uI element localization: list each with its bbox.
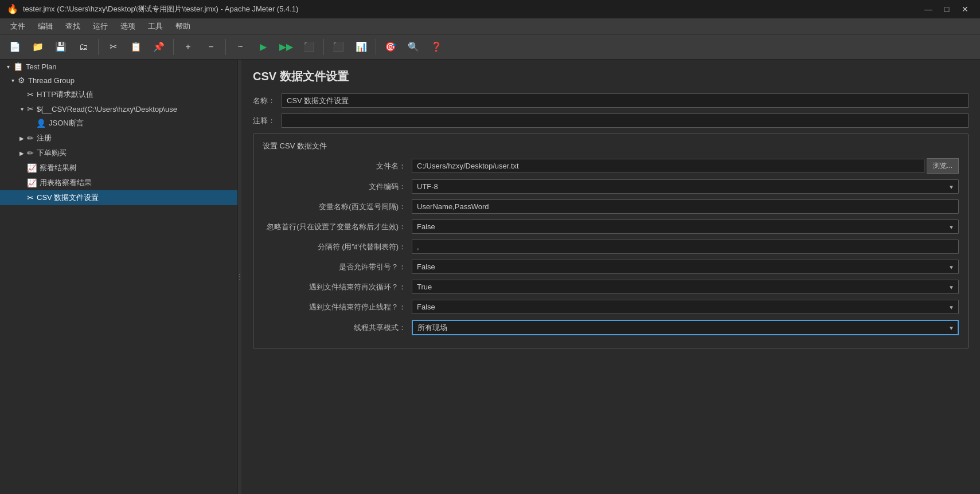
paste-button[interactable]: 📌 [149,37,169,57]
filename-row: 文件名： 浏览... [263,158,959,174]
toolbar-separator [98,39,99,55]
comment-input[interactable] [282,113,969,128]
tree-icon-json-assert: 👤 [36,119,46,128]
tree-item-csv-config[interactable]: ✂CSV 数据文件设置 [0,190,237,205]
csv-settings-section: 设置 CSV 数据文件 文件名： 浏览... 文件编码： UTF-8 GBK I… [253,134,969,348]
name-label: 名称： [253,96,282,106]
tree-label-comment1: 注册 [37,133,52,143]
app-icon: 🔥 [7,3,18,14]
tree-icon-aggregate-report: 📈 [27,178,37,187]
ignorefirst-row: 忽略首行(只在设置了变量名称后才生效)： False True ▼ [263,219,959,234]
comment-row: 注释： [253,113,969,128]
remote-button[interactable]: 🎯 [380,37,401,57]
tree-icon-view-results-tree: 📈 [27,163,37,172]
encoding-row: 文件编码： UTF-8 GBK ISO-8859-1 ▼ [263,179,959,194]
saveall-button[interactable]: 🗂 [73,37,94,57]
menu-item-选项[interactable]: 选项 [115,20,141,33]
quoted-row: 是否允许带引号？： False True ▼ [263,260,959,274]
cut-button[interactable]: ✂ [103,37,123,57]
tree-label-json-assert: JSON断言 [49,118,84,128]
recycle-label: 遇到文件结束符再次循环？： [263,282,412,292]
run-nopauses-button[interactable]: ▶▶ [276,37,296,57]
add-button[interactable]: + [178,37,198,57]
tree-item-comment2[interactable]: ▶✏下单购买 [0,146,237,160]
toolbar: 📄📁💾🗂✂📋📌+−~▶▶▶⬛⬛📊🎯🔍❓ [0,34,980,60]
tree-label-test-plan: Test Plan [26,62,56,71]
close-button[interactable]: ✕ [957,3,973,15]
ignorefirst-select-wrapper: False True ▼ [412,219,959,234]
tree-toggle-comment2[interactable]: ▶ [18,150,25,156]
menu-item-编辑[interactable]: 编辑 [32,20,58,33]
menu-bar: 文件编辑查找运行选项工具帮助 [0,18,980,34]
tree-item-comment1[interactable]: ▶✏注册 [0,131,237,146]
delimiter-label: 分隔符 (用'\t'代替制表符)： [263,242,412,252]
tree-label-thread-group: Thread Group [28,76,75,85]
recycle-select-wrapper: True False ▼ [412,280,959,294]
shutdown-button[interactable]: ⬛ [328,37,349,57]
tree-toggle-test-plan[interactable]: ▾ [5,64,11,70]
encoding-select[interactable]: UTF-8 GBK ISO-8859-1 [412,179,959,194]
maximize-button[interactable]: □ [939,3,955,15]
quoted-label: 是否允许带引号？： [263,262,412,272]
new-button[interactable]: 📄 [5,37,25,57]
tree-icon-csv-read: ✂ [27,104,34,113]
tree-item-thread-group[interactable]: ▾⚙Thread Group [0,73,237,87]
sharing-select[interactable]: 所有现场 当前线程组 当前线程 [412,320,959,335]
clear-button[interactable]: ~ [230,37,251,57]
ignorefirst-label: 忽略首行(只在设置了变量名称后才生效)： [263,222,412,232]
tree-toggle-comment1[interactable]: ▶ [18,135,25,142]
minimize-button[interactable]: — [920,3,936,15]
browse-button[interactable]: 浏览... [927,158,959,174]
toolbar-separator [173,39,174,55]
save-button[interactable]: 💾 [50,37,71,57]
tree-toggle-thread-group[interactable]: ▾ [9,77,16,84]
stop-button[interactable]: ⬛ [299,37,319,57]
tree-item-csv-read[interactable]: ▾✂${__CSVRead(C:\Users\hzxy\Desktop\use [0,102,237,116]
main-layout: ▾📋Test Plan▾⚙Thread Group✂HTTP请求默认值▾✂${_… [0,60,980,494]
tree-label-view-results-tree: 察看结果树 [40,163,77,173]
menu-item-运行[interactable]: 运行 [87,20,114,33]
varnames-input[interactable] [412,199,959,214]
name-row: 名称： [253,93,969,108]
toolbar-separator [323,39,324,55]
quoted-select[interactable]: False True [412,260,959,274]
tree-item-aggregate-report[interactable]: 📈用表格察看结果 [0,175,237,190]
encoding-select-wrapper: UTF-8 GBK ISO-8859-1 ▼ [412,179,959,194]
menu-item-工具[interactable]: 工具 [142,20,169,33]
menu-item-文件[interactable]: 文件 [5,20,31,33]
help-button[interactable]: ❓ [426,37,447,57]
tree-icon-thread-group: ⚙ [18,76,25,85]
name-input[interactable] [282,93,969,108]
menu-item-帮助[interactable]: 帮助 [170,20,196,33]
filename-label: 文件名： [263,161,412,171]
tree-item-view-results-tree[interactable]: 📈察看结果树 [0,160,237,175]
sharing-label: 线程共享模式： [263,323,412,333]
stopthread-select[interactable]: False True [412,300,959,314]
tree-label-comment2: 下单购买 [37,148,67,158]
tree-icon-test-plan: 📋 [13,62,23,71]
tree-item-json-assert[interactable]: 👤JSON断言 [0,116,237,131]
window-controls: — □ ✕ [920,3,973,15]
open-button[interactable]: 📁 [28,37,48,57]
monitor-button[interactable]: 📊 [351,37,372,57]
tree-icon-csv-config: ✂ [27,193,34,202]
remove-button[interactable]: − [201,37,221,57]
tree-label-aggregate-report: 用表格察看结果 [40,178,92,188]
delimiter-input[interactable] [412,240,959,254]
comment-label: 注释： [253,116,282,126]
tree-toggle-csv-read[interactable]: ▾ [18,106,25,112]
sharing-row: 线程共享模式： 所有现场 当前线程组 当前线程 ▼ [263,320,959,335]
varnames-label: 变量名称(西文逗号间隔)： [263,202,412,212]
run-button[interactable]: ▶ [253,37,274,57]
tree-item-http-defaults[interactable]: ✂HTTP请求默认值 [0,87,237,102]
copy-button[interactable]: 📋 [126,37,146,57]
ignorefirst-select[interactable]: False True [412,219,959,234]
tree-icon-comment1: ✏ [27,134,34,143]
filename-input[interactable] [412,159,924,173]
search-button[interactable]: 🔍 [403,37,424,57]
tree-item-test-plan[interactable]: ▾📋Test Plan [0,60,237,73]
stopthread-select-wrapper: False True ▼ [412,300,959,314]
sharing-select-wrapper: 所有现场 当前线程组 当前线程 ▼ [412,320,959,335]
menu-item-查找[interactable]: 查找 [60,20,86,33]
recycle-select[interactable]: True False [412,280,959,294]
